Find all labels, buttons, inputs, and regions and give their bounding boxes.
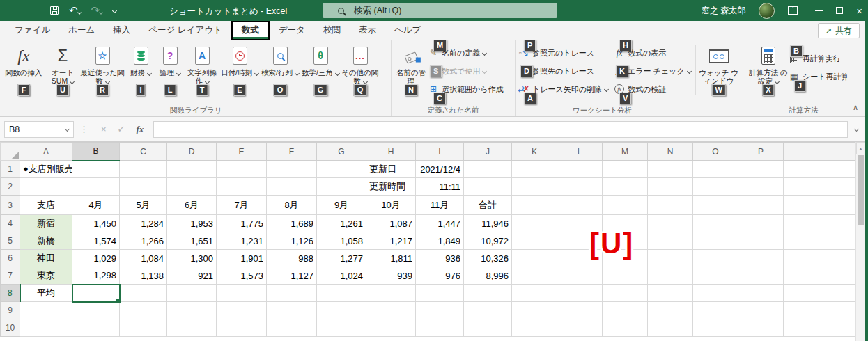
cell-P3[interactable]: [738, 196, 784, 215]
undo-button[interactable]: ↶: [69, 4, 81, 17]
use-in-formula-button[interactable]: ▤ 数式で使用 S: [428, 64, 504, 78]
cell-A1[interactable]: ●支店別販売数実績: [20, 161, 72, 178]
scroll-up-icon[interactable]: ▲: [856, 142, 865, 154]
cell-I1[interactable]: 2021/12/4: [416, 161, 464, 178]
column-header-A[interactable]: A: [20, 143, 72, 161]
cell-P10[interactable]: [738, 319, 784, 337]
cell-P7[interactable]: [738, 267, 784, 285]
cell-A7[interactable]: 東京: [20, 267, 72, 285]
cell-N3[interactable]: [648, 196, 693, 215]
cell-D7[interactable]: 921: [167, 267, 217, 285]
cell-E7[interactable]: 1,573: [217, 267, 267, 285]
cell-J5[interactable]: 10,972: [464, 232, 512, 250]
column-header-P[interactable]: P: [738, 143, 784, 161]
cell-K5[interactable]: [512, 232, 557, 250]
cell-K8[interactable]: [512, 285, 557, 302]
row-header-4[interactable]: 4: [1, 215, 20, 232]
cell-B8[interactable]: [72, 285, 120, 302]
cell-D3[interactable]: 6月: [167, 196, 217, 215]
text-functions-button[interactable]: A 文字列操作 T: [185, 42, 219, 105]
cell-P4[interactable]: [738, 215, 784, 232]
date-time-button[interactable]: 日付/時刻 E: [219, 42, 260, 105]
watch-window-button[interactable]: ウォッチ ウィンドウ W: [697, 42, 741, 105]
define-name-button[interactable]: ✎ 名前の定義 M: [428, 46, 504, 60]
calculation-options-button[interactable]: 計算方法 の設定 X: [748, 42, 789, 105]
cell-D6[interactable]: 1,300: [167, 250, 217, 267]
cell-C1[interactable]: [120, 161, 167, 178]
ribbon-tab-4[interactable]: 数式: [231, 21, 270, 40]
cell-M3[interactable]: [603, 196, 648, 215]
name-box[interactable]: B8: [4, 121, 74, 138]
financial-button[interactable]: 財務 I: [126, 42, 155, 105]
column-header-O[interactable]: O: [693, 143, 738, 161]
cell-P9[interactable]: [738, 302, 784, 319]
cell-P1[interactable]: [738, 161, 784, 178]
cell-E4[interactable]: 1,775: [217, 215, 267, 232]
cell-P8[interactable]: [738, 285, 784, 302]
cell-I2[interactable]: 11:11: [416, 178, 464, 196]
ribbon-tab-6[interactable]: 校閲: [314, 21, 350, 40]
enter-icon[interactable]: ✓: [118, 124, 125, 134]
cell-I10[interactable]: [416, 319, 464, 337]
share-button[interactable]: ↗ 共有: [818, 23, 860, 38]
cell-N8[interactable]: [648, 285, 693, 302]
cell-D5[interactable]: 1,651: [167, 232, 217, 250]
ribbon-tab-2[interactable]: 挿入: [104, 21, 139, 40]
cell-H4[interactable]: 1,087: [366, 215, 416, 232]
cell-I7[interactable]: 976: [416, 267, 464, 285]
select-all-corner[interactable]: [1, 143, 20, 161]
create-from-selection-button[interactable]: ⊞ 選択範囲から作成 C: [428, 82, 504, 96]
cell-L7[interactable]: [557, 267, 603, 285]
cell-J7[interactable]: 8,996: [464, 267, 512, 285]
cell-D9[interactable]: [167, 302, 217, 319]
more-functions-button[interactable]: ... その他の関数 Q: [341, 42, 380, 105]
row-header-8[interactable]: 8: [1, 285, 20, 302]
cell-C6[interactable]: 1,084: [120, 250, 167, 267]
cell-N6[interactable]: [648, 250, 693, 267]
calculate-now-button[interactable]: 再計算実行 B: [789, 51, 849, 65]
cell-G9[interactable]: [317, 302, 366, 319]
cell-K6[interactable]: [512, 250, 557, 267]
cell-O2[interactable]: [693, 178, 738, 196]
cell-H5[interactable]: 1,217: [366, 232, 416, 250]
cell-P2[interactable]: [738, 178, 784, 196]
cell-H2[interactable]: 更新時間: [366, 178, 416, 196]
cell-P6[interactable]: [738, 250, 784, 267]
name-manager-button[interactable]: 名前の管理 N: [394, 42, 428, 105]
cell-J8[interactable]: [464, 285, 512, 302]
cell-C3[interactable]: 5月: [120, 196, 167, 215]
cell-A9[interactable]: [20, 302, 72, 319]
column-header-L[interactable]: L: [557, 143, 603, 161]
calculate-sheet-button[interactable]: ▦ シート再計算 J: [789, 70, 849, 84]
cell-H1[interactable]: 更新日: [366, 161, 416, 178]
cell-E8[interactable]: [217, 285, 267, 302]
cell-G10[interactable]: [317, 319, 366, 337]
cell-H7[interactable]: 939: [366, 267, 416, 285]
cell-H9[interactable]: [366, 302, 416, 319]
cell-I8[interactable]: [416, 285, 464, 302]
cell-N9[interactable]: [648, 302, 693, 319]
cell-M8[interactable]: [603, 285, 648, 302]
insert-function-button[interactable]: fx 関数の挿入 F: [4, 42, 43, 105]
cell-J6[interactable]: 10,326: [464, 250, 512, 267]
cell-A8[interactable]: 平均: [20, 285, 72, 302]
cell-F5[interactable]: 1,126: [267, 232, 317, 250]
cell-C5[interactable]: 1,266: [120, 232, 167, 250]
cell-O5[interactable]: [693, 232, 738, 250]
cell-D8[interactable]: [167, 285, 217, 302]
cell-F3[interactable]: 8月: [267, 196, 317, 215]
cell-I4[interactable]: 1,447: [416, 215, 464, 232]
cell-E5[interactable]: 1,231: [217, 232, 267, 250]
cell-C10[interactable]: [120, 319, 167, 337]
cell-B10[interactable]: [72, 319, 120, 337]
remove-arrows-button[interactable]: ⇄✗ トレース矢印の削除 A: [518, 82, 608, 96]
cell-G6[interactable]: 1,277: [317, 250, 366, 267]
cell-H10[interactable]: [366, 319, 416, 337]
cell-I3[interactable]: 11月: [416, 196, 464, 215]
error-checking-button[interactable]: エラー チェック K: [614, 64, 691, 78]
cell-A10[interactable]: [20, 319, 72, 337]
cell-L3[interactable]: [557, 196, 603, 215]
column-header-B[interactable]: B: [72, 143, 120, 161]
cell-K1[interactable]: [512, 161, 557, 178]
row-header-3[interactable]: 3: [1, 196, 20, 215]
